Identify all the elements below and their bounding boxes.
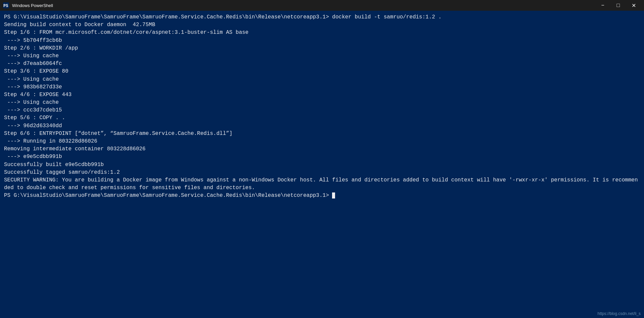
terminal-line: ---> ccc3d7cdeb15 bbox=[4, 106, 640, 114]
terminal-line: ---> 96d2d63340dd bbox=[4, 122, 640, 130]
terminal-line: Successfully built e9e5cdbb991b bbox=[4, 161, 640, 169]
terminal-line: Step 1/6 : FROM mcr.microsoft.com/dotnet… bbox=[4, 29, 640, 36]
terminal-line: SECURITY WARNING: You are building a Doc… bbox=[4, 176, 640, 192]
terminal-line: Removing intermediate container 803228d8… bbox=[4, 145, 640, 153]
terminal-line: ---> 983b6827d33e bbox=[4, 83, 640, 91]
terminal-line: ---> Using cache bbox=[4, 76, 640, 83]
terminal-line: Step 6/6 : ENTRYPOINT [“dotnet”, “Samruo… bbox=[4, 130, 640, 138]
terminal-line: Successfully tagged samruo/redis:1.2 bbox=[4, 169, 640, 176]
terminal-line: ---> Using cache bbox=[4, 52, 640, 60]
watermark: https://blog.csdn.net/li_s bbox=[597, 311, 641, 316]
terminal-line: ---> 5b704ff3cb6b bbox=[4, 37, 640, 45]
terminal-line: ---> Running in 803228d86026 bbox=[4, 138, 640, 145]
terminal-line: Step 3/6 : EXPOSE 80 bbox=[4, 68, 640, 75]
terminal-line: ---> e9e5cdbb991b bbox=[4, 153, 640, 161]
terminal-output: PS G:\VisualStudio\SamruoFrame\SamruoFra… bbox=[4, 13, 640, 200]
terminal-body[interactable]: PS G:\VisualStudio\SamruoFrame\SamruoFra… bbox=[0, 11, 644, 318]
terminal-line: PS G:\VisualStudio\SamruoFrame\SamruoFra… bbox=[4, 192, 640, 200]
terminal-line: Step 2/6 : WORKDIR /app bbox=[4, 45, 640, 52]
svg-text:PS: PS bbox=[3, 4, 8, 8]
window-title: Windows PowerShell bbox=[12, 3, 53, 8]
close-button[interactable]: ✕ bbox=[626, 0, 641, 11]
terminal-line: Sending build context to Docker daemon 4… bbox=[4, 21, 640, 29]
terminal-line: PS G:\VisualStudio\SamruoFrame\SamruoFra… bbox=[4, 13, 640, 21]
terminal-line: Step 5/6 : COPY . . bbox=[4, 114, 640, 122]
minimize-button[interactable]: − bbox=[595, 0, 610, 11]
terminal-line: ---> Using cache bbox=[4, 99, 640, 106]
window-controls: − □ ✕ bbox=[595, 0, 641, 11]
title-bar: PS Windows PowerShell − □ ✕ bbox=[0, 0, 644, 11]
title-bar-left: PS Windows PowerShell bbox=[3, 2, 53, 9]
maximize-button[interactable]: □ bbox=[610, 0, 626, 11]
terminal-line: Step 4/6 : EXPOSE 443 bbox=[4, 91, 640, 99]
terminal-cursor bbox=[332, 192, 335, 198]
powershell-icon: PS bbox=[3, 2, 9, 9]
terminal-line: ---> d7eaab6064fc bbox=[4, 60, 640, 68]
